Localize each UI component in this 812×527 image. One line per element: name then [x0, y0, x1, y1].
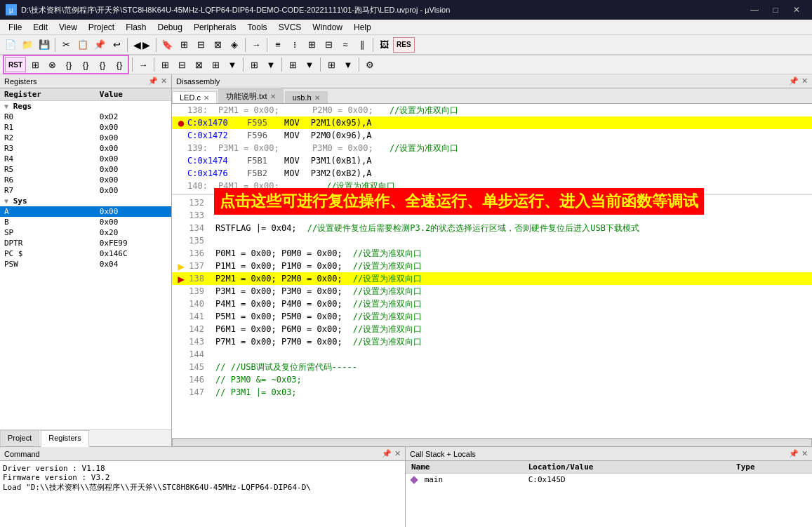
menu-item-tools[interactable]: Tools [242, 20, 273, 35]
reg-row-b[interactable]: B0x00 [0, 217, 171, 227]
cmd-close[interactable]: ✕ [394, 449, 401, 458]
bookmark-btn[interactable]: 🔖 [159, 37, 175, 53]
menu-item-flash[interactable]: Flash [120, 20, 152, 35]
tab-readme[interactable]: 功能说明.txt ✕ [218, 89, 284, 103]
panel-close[interactable]: ✕ [161, 76, 167, 86]
mem-btn1[interactable]: ⊞ [157, 57, 173, 72]
align-btn[interactable]: ≡ [270, 37, 286, 53]
src-line-145: 145 // //USB调试及复位所需代码----- [172, 361, 812, 373]
close-button[interactable]: ✕ [787, 0, 806, 20]
src-line-139: 139 P3M1 = 0x00; P3M0 = 0x00; //设置为准双向口 [172, 285, 812, 298]
tab-led-c-close[interactable]: ✕ [204, 94, 209, 102]
btn2[interactable]: ⊞ [176, 37, 192, 53]
undo-btn[interactable]: ↩ [109, 37, 124, 53]
cs-pin[interactable]: 📌 [789, 449, 799, 458]
reg-row-r6[interactable]: R60x00 [0, 175, 171, 185]
view-btn2[interactable]: ▼ [263, 57, 279, 72]
debug-btn3[interactable]: {} [61, 57, 76, 72]
reg-row-psw[interactable]: PSW0x04 [0, 259, 171, 269]
disasm-close[interactable]: ✕ [801, 76, 808, 86]
tab-usb-h-close[interactable]: ✕ [314, 94, 320, 102]
view-btn3[interactable]: ⊞ [285, 57, 300, 72]
tab-usb-h[interactable]: usb.h ✕ [285, 91, 328, 103]
align5-btn[interactable]: ≈ [338, 37, 353, 53]
sep2 [127, 38, 128, 52]
minimize-button[interactable]: — [745, 0, 764, 20]
debug-btn1[interactable]: ⊞ [27, 57, 43, 72]
view-btn1[interactable]: ⊞ [246, 57, 262, 72]
reg-row-r0[interactable]: R00xD2 [0, 112, 171, 122]
code-line-pc: ● C:0x1470 F595 MOV P2M1(0x95),A [172, 116, 812, 129]
debug-btn4[interactable]: {} [78, 57, 93, 72]
view-btn4[interactable]: ▼ [302, 57, 317, 72]
save-btn[interactable]: 💾 [36, 37, 52, 53]
nav-forward[interactable]: ▶ [142, 39, 150, 51]
img-btn[interactable]: 🖼 [376, 37, 392, 53]
btn4[interactable]: ⊠ [210, 37, 225, 53]
menu-item-edit[interactable]: Edit [27, 20, 53, 35]
reg-row-r3[interactable]: R30x00 [0, 143, 171, 154]
maximize-button[interactable]: □ [766, 0, 785, 20]
align3-btn[interactable]: ⊞ [304, 37, 319, 53]
tab-project[interactable]: Project [0, 430, 39, 446]
reg-name: R7 [0, 185, 95, 196]
command-title: Command [4, 450, 40, 458]
code-line: 138: P2M1 = 0x00; P2M0 = 0x00; //设置为准双向口 [172, 104, 812, 116]
tab-readme-close[interactable]: ✕ [270, 93, 276, 100]
align2-btn[interactable]: ⫶ [287, 37, 302, 53]
align4-btn[interactable]: ⊟ [321, 37, 336, 53]
mem-btn3[interactable]: ⊠ [191, 57, 206, 72]
arrow-btn[interactable]: → [135, 57, 151, 72]
tab-registers[interactable]: Registers [41, 430, 88, 447]
tab-led-c[interactable]: LED.c ✕ [172, 91, 217, 103]
btn3[interactable]: ⊟ [193, 37, 208, 53]
reg-row-r5[interactable]: R50x00 [0, 164, 171, 175]
menu-item-svcs[interactable]: SVCS [273, 20, 307, 35]
reg-name: R1 [0, 122, 95, 133]
menu-item-view[interactable]: View [53, 20, 83, 35]
debug-btn2[interactable]: ⊗ [44, 57, 60, 72]
code-scrollbar-h[interactable] [172, 438, 812, 446]
reg-row-r4[interactable]: R40x00 [0, 154, 171, 164]
debug-btn6[interactable]: {} [112, 57, 127, 72]
menu-item-file[interactable]: File [3, 20, 27, 35]
menu-item-debug[interactable]: Debug [152, 20, 188, 35]
new-file-btn[interactable]: 📄 [3, 37, 18, 53]
settings-btn[interactable]: ⚙ [362, 57, 378, 72]
reg-row-r2[interactable]: R20x00 [0, 133, 171, 143]
view-btn6[interactable]: ▼ [340, 57, 356, 72]
cut-btn[interactable]: ✂ [58, 37, 74, 53]
reg-row-pc $[interactable]: PC $0x146C [0, 248, 171, 259]
reg-name: R3 [0, 143, 95, 154]
debug-btn5[interactable]: {} [95, 57, 110, 72]
res-btn[interactable]: RES [393, 37, 415, 53]
mem-btn5[interactable]: ▼ [225, 57, 240, 72]
menu-item-peripherals[interactable]: Peripherals [188, 20, 242, 35]
align6-btn[interactable]: ∥ [354, 37, 370, 53]
disasm-pin[interactable]: 📌 [789, 76, 799, 86]
mem-btn2[interactable]: ⊟ [174, 57, 189, 72]
copy-btn[interactable]: 📋 [75, 37, 91, 53]
open-btn[interactable]: 📁 [20, 37, 35, 53]
paste-btn[interactable]: 📌 [92, 37, 107, 53]
cmd-pin[interactable]: 📌 [382, 449, 392, 458]
tab-usb-h-label: usb.h [293, 93, 312, 102]
mem-btn4[interactable]: ⊞ [208, 57, 223, 72]
nav-back[interactable]: ◀ [133, 39, 141, 51]
code-area[interactable]: 138: P2M1 = 0x00; P2M0 = 0x00; //设置为准双向口… [172, 104, 812, 438]
menu-item-window[interactable]: Window [307, 20, 348, 35]
app-icon: µ [6, 4, 17, 15]
menu-item-help[interactable]: Help [348, 20, 377, 35]
btn5[interactable]: ◈ [227, 37, 242, 53]
reg-row-dptr[interactable]: DPTR0xFE99 [0, 238, 171, 248]
cs-close[interactable]: ✕ [801, 449, 808, 458]
reg-row-r7[interactable]: R70x00 [0, 185, 171, 196]
reg-row-r1[interactable]: R10x00 [0, 122, 171, 133]
arrow-right-btn[interactable]: → [248, 37, 264, 53]
reg-row-a[interactable]: A0x00 [0, 206, 171, 217]
rst-btn[interactable]: RST [5, 57, 26, 72]
panel-pin[interactable]: 📌 [148, 76, 158, 86]
menu-item-project[interactable]: Project [83, 20, 120, 35]
reg-row-sp[interactable]: SP0x20 [0, 227, 171, 238]
view-btn5[interactable]: ⊞ [324, 57, 339, 72]
